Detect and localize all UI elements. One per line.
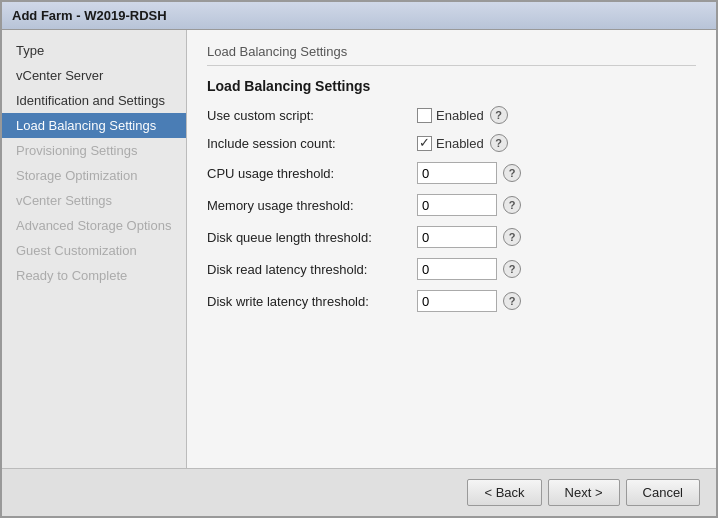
help-icon-disk-write-latency-threshold[interactable]: ? bbox=[503, 292, 521, 310]
input-disk-read-latency-threshold[interactable] bbox=[417, 258, 497, 280]
window-title: Add Farm - W2019-RDSH bbox=[12, 8, 167, 23]
main-window: Add Farm - W2019-RDSH TypevCenter Server… bbox=[0, 0, 718, 518]
help-icon-disk-queue-length-threshold[interactable]: ? bbox=[503, 228, 521, 246]
control-cpu-usage-threshold: ? bbox=[417, 162, 521, 184]
form-rows: Use custom script:Enabled?Include sessio… bbox=[207, 106, 696, 312]
input-cpu-usage-threshold[interactable] bbox=[417, 162, 497, 184]
form-row-memory-usage-threshold: Memory usage threshold:? bbox=[207, 194, 696, 216]
input-disk-write-latency-threshold[interactable] bbox=[417, 290, 497, 312]
form-row-cpu-usage-threshold: CPU usage threshold:? bbox=[207, 162, 696, 184]
help-icon-include-session-count[interactable]: ? bbox=[490, 134, 508, 152]
footer: < Back Next > Cancel bbox=[2, 468, 716, 516]
control-use-custom-script: Enabled? bbox=[417, 106, 508, 124]
sidebar-item-vcenter-server[interactable]: vCenter Server bbox=[2, 63, 186, 88]
label-disk-read-latency-threshold: Disk read latency threshold: bbox=[207, 262, 417, 277]
help-icon-disk-read-latency-threshold[interactable]: ? bbox=[503, 260, 521, 278]
help-icon-memory-usage-threshold[interactable]: ? bbox=[503, 196, 521, 214]
cancel-button[interactable]: Cancel bbox=[626, 479, 700, 506]
title-bar: Add Farm - W2019-RDSH bbox=[2, 2, 716, 30]
form-row-use-custom-script: Use custom script:Enabled? bbox=[207, 106, 696, 124]
label-memory-usage-threshold: Memory usage threshold: bbox=[207, 198, 417, 213]
label-disk-queue-length-threshold: Disk queue length threshold: bbox=[207, 230, 417, 245]
sidebar-item-ready-to-complete: Ready to Complete bbox=[2, 263, 186, 288]
sidebar-item-vcenter-settings: vCenter Settings bbox=[2, 188, 186, 213]
input-disk-queue-length-threshold[interactable] bbox=[417, 226, 497, 248]
checkbox-include-session-count[interactable] bbox=[417, 136, 432, 151]
sidebar-item-storage-optimization: Storage Optimization bbox=[2, 163, 186, 188]
sidebar-item-type[interactable]: Type bbox=[2, 38, 186, 63]
next-button[interactable]: Next > bbox=[548, 479, 620, 506]
form-row-disk-queue-length-threshold: Disk queue length threshold:? bbox=[207, 226, 696, 248]
help-icon-cpu-usage-threshold[interactable]: ? bbox=[503, 164, 521, 182]
section-title: Load Balancing Settings bbox=[207, 78, 696, 94]
sidebar: TypevCenter ServerIdentification and Set… bbox=[2, 30, 187, 468]
input-memory-usage-threshold[interactable] bbox=[417, 194, 497, 216]
form-row-disk-write-latency-threshold: Disk write latency threshold:? bbox=[207, 290, 696, 312]
control-disk-write-latency-threshold: ? bbox=[417, 290, 521, 312]
control-memory-usage-threshold: ? bbox=[417, 194, 521, 216]
control-include-session-count: Enabled? bbox=[417, 134, 508, 152]
help-icon-use-custom-script[interactable]: ? bbox=[490, 106, 508, 124]
sidebar-item-identification-settings[interactable]: Identification and Settings bbox=[2, 88, 186, 113]
form-row-include-session-count: Include session count:Enabled? bbox=[207, 134, 696, 152]
checkbox-use-custom-script[interactable] bbox=[417, 108, 432, 123]
back-button[interactable]: < Back bbox=[467, 479, 541, 506]
form-row-disk-read-latency-threshold: Disk read latency threshold:? bbox=[207, 258, 696, 280]
control-disk-queue-length-threshold: ? bbox=[417, 226, 521, 248]
sidebar-item-guest-customization: Guest Customization bbox=[2, 238, 186, 263]
sidebar-item-load-balancing-settings[interactable]: Load Balancing Settings bbox=[2, 113, 186, 138]
control-disk-read-latency-threshold: ? bbox=[417, 258, 521, 280]
label-cpu-usage-threshold: CPU usage threshold: bbox=[207, 166, 417, 181]
checkbox-label-include-session-count: Enabled bbox=[436, 136, 484, 151]
sidebar-item-provisioning-settings: Provisioning Settings bbox=[2, 138, 186, 163]
checkbox-label-use-custom-script: Enabled bbox=[436, 108, 484, 123]
label-include-session-count: Include session count: bbox=[207, 136, 417, 151]
panel-title: Load Balancing Settings bbox=[207, 44, 696, 66]
label-disk-write-latency-threshold: Disk write latency threshold: bbox=[207, 294, 417, 309]
main-panel: Load Balancing Settings Load Balancing S… bbox=[187, 30, 716, 468]
label-use-custom-script: Use custom script: bbox=[207, 108, 417, 123]
content-area: TypevCenter ServerIdentification and Set… bbox=[2, 30, 716, 468]
sidebar-item-advanced-storage-options: Advanced Storage Options bbox=[2, 213, 186, 238]
